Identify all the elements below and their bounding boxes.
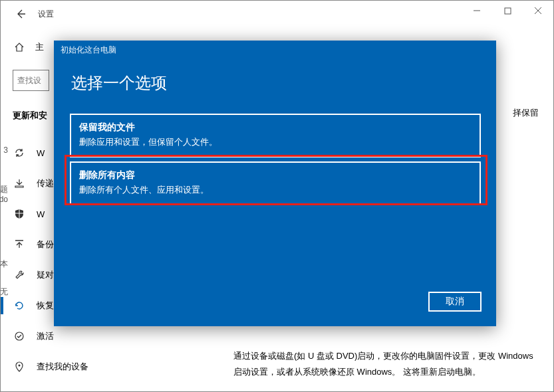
svg-point-3 [19, 365, 21, 367]
cancel-button[interactable]: 取消 [428, 292, 482, 312]
minimize-icon [473, 7, 481, 15]
nav-label: 查找我的设备 [37, 361, 88, 373]
maximize-icon [504, 7, 511, 15]
maximize-button[interactable] [492, 1, 523, 21]
nav-label: W [37, 209, 45, 219]
delivery-icon [13, 178, 26, 189]
wrench-icon [13, 270, 26, 280]
cancel-label: 取消 [446, 296, 464, 308]
sync-icon [13, 147, 26, 158]
location-icon [13, 361, 26, 372]
svg-rect-1 [505, 8, 511, 14]
settings-window: 设置 主 查找设 更新和安 W [0, 0, 554, 392]
svg-point-2 [15, 332, 23, 340]
right-snippet: 择保留 [513, 107, 539, 119]
shield-icon [13, 209, 26, 219]
nav-label: 激活 [37, 330, 54, 342]
arrow-left-icon [15, 9, 26, 19]
option-desc: 删除所有个人文件、应用和设置。 [79, 184, 472, 196]
option-title: 保留我的文件 [79, 122, 472, 134]
home-icon [13, 42, 26, 52]
nav-label: 疑对 [37, 269, 54, 281]
option-remove-everything[interactable]: 删除所有内容 删除所有个人文件、应用和设置。 [70, 161, 481, 205]
back-button[interactable] [13, 6, 29, 22]
backup-icon [13, 239, 26, 250]
close-button[interactable] [523, 1, 553, 21]
search-input[interactable]: 查找设 [13, 70, 49, 91]
nav-label: 备份 [37, 239, 54, 250]
minimize-button[interactable] [462, 1, 492, 21]
dialog-title: 初始化这台电脑 [61, 45, 116, 56]
nav-label: 传递 [37, 177, 54, 189]
search-placeholder: 查找设 [17, 75, 41, 86]
dialog-heading: 选择一个选项 [71, 72, 167, 94]
window-controls [462, 1, 553, 21]
home-label: 主 [35, 41, 44, 53]
advanced-startup-text: 通过设备或磁盘(如 U 盘或 DVD)启动，更改你的电脑固件设置，更改 Wind… [233, 348, 536, 379]
close-icon [534, 7, 542, 15]
option-title: 删除所有内容 [79, 169, 472, 181]
reset-pc-dialog: 初始化这台电脑 选择一个选项 保留我的文件 删除应用和设置，但保留个人文件。 删… [54, 41, 496, 326]
recovery-icon [13, 300, 26, 311]
nav-label: W [37, 148, 45, 158]
option-desc: 删除应用和设置，但保留个人文件。 [79, 136, 472, 148]
check-circle-icon [13, 331, 26, 342]
nav-label: 恢复 [37, 300, 54, 312]
option-keep-files[interactable]: 保留我的文件 删除应用和设置，但保留个人文件。 [70, 114, 481, 157]
nav-item-find-device[interactable]: 查找我的设备 [13, 351, 227, 382]
